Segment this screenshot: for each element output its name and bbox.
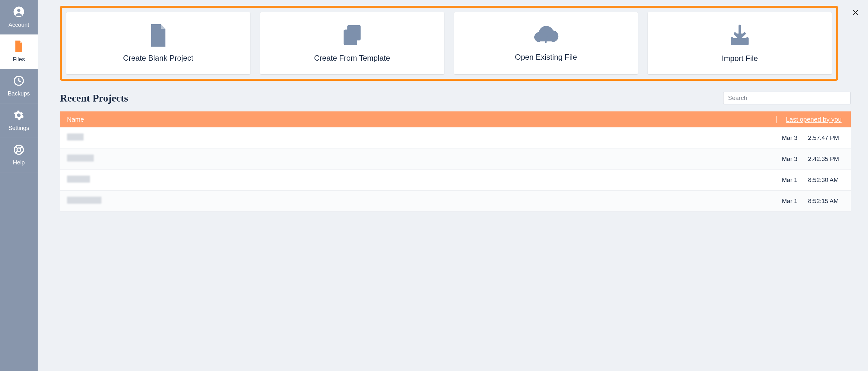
- cell-last-opened: Mar 3 2:57:47 PM: [777, 135, 851, 141]
- cell-last-opened: Mar 1 8:52:30 AM: [777, 176, 851, 183]
- create-blank-project-card[interactable]: Create Blank Project: [66, 12, 250, 75]
- recent-projects-table: Name Last opened by you Mar 3 2:57:47 PM: [60, 111, 851, 212]
- column-header-last-opened[interactable]: Last opened by you: [777, 116, 851, 123]
- svg-point-1: [17, 9, 21, 12]
- sidebar-item-label: Help: [13, 159, 25, 166]
- card-label: Create Blank Project: [123, 54, 193, 63]
- file-icon: [14, 40, 24, 54]
- sidebar-item-settings[interactable]: Settings: [0, 104, 38, 138]
- table-row[interactable]: Mar 1 8:52:30 AM: [60, 170, 851, 191]
- account-icon: [13, 6, 25, 19]
- cell-date: Mar 1: [782, 176, 800, 183]
- card-label: Open Existing File: [515, 53, 577, 62]
- sidebar-item-account[interactable]: Account: [0, 0, 38, 34]
- cell-last-opened: Mar 1 8:52:15 AM: [777, 198, 851, 205]
- actions-highlight-box: Create Blank Project Create From Templat…: [60, 6, 838, 81]
- table-body: Mar 3 2:57:47 PM Mar 3 2:42:35 PM: [60, 127, 851, 212]
- cell-time: 2:57:47 PM: [808, 135, 839, 141]
- sidebar-item-backups[interactable]: Backups: [0, 69, 38, 104]
- sidebar-item-label: Account: [8, 22, 29, 28]
- table-header: Name Last opened by you: [60, 111, 851, 127]
- lifebuoy-icon: [13, 144, 24, 157]
- sidebar-item-help[interactable]: Help: [0, 138, 38, 172]
- create-from-template-card[interactable]: Create From Template: [260, 12, 444, 75]
- table-row[interactable]: Mar 3 2:57:47 PM: [60, 127, 851, 148]
- svg-rect-7: [344, 29, 357, 45]
- column-header-name[interactable]: Name: [60, 116, 777, 123]
- recent-header: Recent Projects: [60, 92, 851, 105]
- cloud-upload-icon: [532, 25, 559, 47]
- sidebar-item-label: Backups: [8, 90, 30, 97]
- document-icon: [149, 24, 167, 48]
- cell-name: [60, 176, 777, 184]
- open-existing-file-card[interactable]: Open Existing File: [454, 12, 638, 75]
- sidebar-item-label: Settings: [8, 125, 29, 132]
- cell-time: 2:42:35 PM: [808, 155, 839, 163]
- card-label: Import File: [721, 54, 757, 63]
- table-row[interactable]: Mar 3 2:42:35 PM: [60, 148, 851, 170]
- import-icon: [728, 24, 751, 48]
- cell-name: [60, 197, 777, 205]
- cell-date: Mar 3: [782, 135, 800, 141]
- cell-time: 8:52:30 AM: [808, 176, 839, 183]
- import-file-card[interactable]: Import File: [648, 12, 832, 75]
- main-panel: Create Blank Project Create From Templat…: [38, 0, 868, 371]
- cell-time: 8:52:15 AM: [808, 198, 839, 205]
- card-label: Create From Template: [314, 54, 390, 63]
- sidebar: Account Files Backups Settings Help: [0, 0, 38, 371]
- recent-projects-title: Recent Projects: [60, 92, 128, 104]
- svg-point-4: [17, 148, 21, 151]
- close-button[interactable]: [852, 9, 859, 17]
- cell-date: Mar 3: [782, 155, 800, 163]
- redacted-name: [67, 134, 84, 141]
- sidebar-item-label: Files: [13, 56, 25, 63]
- redacted-name: [67, 176, 90, 182]
- cell-name: [60, 154, 777, 163]
- redacted-name: [67, 197, 101, 204]
- redacted-name: [67, 154, 94, 162]
- gear-icon: [13, 110, 24, 122]
- cell-last-opened: Mar 3 2:42:35 PM: [777, 155, 851, 163]
- search-input[interactable]: [723, 92, 851, 105]
- clock-icon: [13, 75, 24, 88]
- copy-icon: [341, 24, 363, 48]
- close-icon: [852, 11, 859, 17]
- cell-date: Mar 1: [782, 198, 800, 205]
- app-root: Account Files Backups Settings Help: [0, 0, 868, 371]
- sidebar-item-files[interactable]: Files: [0, 34, 38, 69]
- cell-name: [60, 134, 777, 142]
- table-row[interactable]: Mar 1 8:52:15 AM: [60, 191, 851, 212]
